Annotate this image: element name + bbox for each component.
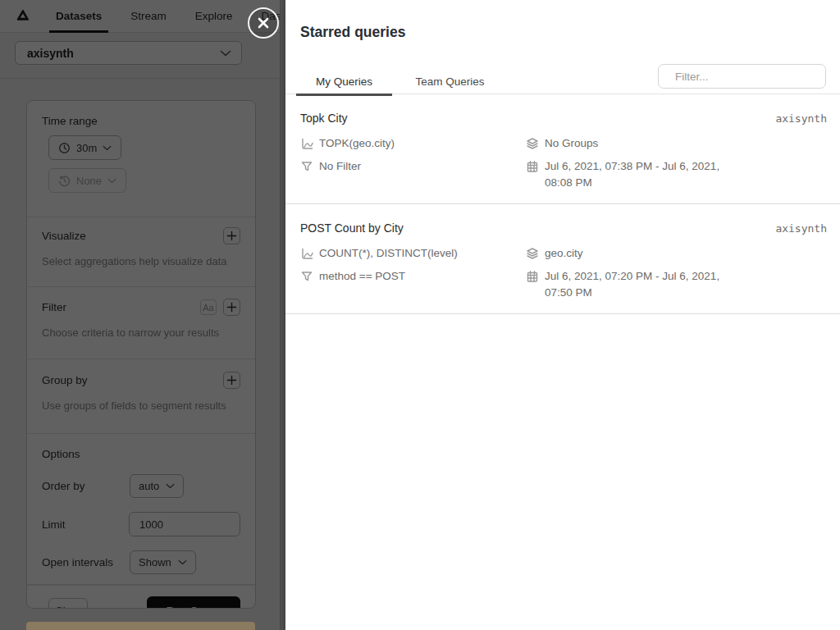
filter-helper-text: Choose criteria to narrow your results — [42, 326, 240, 339]
open-intervals-select[interactable]: Shown — [130, 550, 196, 574]
add-filter-button[interactable] — [223, 299, 240, 316]
clear-button[interactable]: Clear — [48, 598, 88, 609]
visualize-helper-text: Select aggregations help visualize data — [42, 255, 240, 267]
query-groups-text: geo.city — [545, 245, 583, 262]
chevron-down-icon — [220, 50, 231, 57]
order-by-value: auto — [139, 480, 159, 492]
starred-query-card[interactable]: Topk City axisynth TOPK(geo.city) No Gro… — [285, 94, 840, 204]
history-clock-icon — [58, 175, 71, 187]
chevron-down-icon — [166, 483, 175, 489]
funnel-icon — [300, 160, 313, 173]
plus-icon — [226, 231, 237, 241]
query-time-range-text: Jul 6, 2021, 07:20 PM - Jul 6, 2021, 07:… — [545, 268, 750, 301]
query-dataset-badge: axisynth — [775, 222, 827, 235]
modal-tabs: My Queries Team Queries — [285, 69, 840, 94]
calendar-icon — [526, 270, 539, 283]
chart-icon — [300, 247, 313, 260]
tab-my-queries[interactable]: My Queries — [296, 71, 392, 96]
group-by-section: Group by Use groups of fields to segment… — [27, 359, 255, 434]
chart-icon — [300, 137, 313, 150]
filter-label: Filter — [42, 301, 66, 313]
chevron-down-icon — [107, 178, 116, 184]
group-by-helper-text: Use groups of fields to segment results — [42, 399, 240, 412]
query-visualize: TOPK(geo.city) — [300, 135, 526, 152]
group-by-label: Group by — [42, 374, 88, 386]
options-label: Options — [42, 448, 240, 460]
time-range-value: 30m — [76, 142, 97, 154]
starred-query-list: Topk City axisynth TOPK(geo.city) No Gro… — [285, 94, 840, 314]
query-visualize: COUNT(*), DISTINCT(level) — [300, 245, 526, 262]
dataset-selector-value: axisynth — [27, 47, 74, 60]
nav-tab-stream[interactable]: Stream — [124, 0, 173, 33]
add-group-by-button[interactable] — [223, 372, 240, 389]
clock-icon — [58, 142, 71, 154]
case-sensitivity-toggle[interactable]: Aa — [200, 299, 217, 315]
layers-icon — [526, 137, 539, 150]
time-range-label: Time range — [42, 115, 240, 127]
visualize-section: Visualize Select aggregations help visua… — [27, 217, 255, 287]
close-icon — [257, 16, 270, 30]
layers-icon — [526, 247, 539, 260]
order-by-select[interactable]: auto — [130, 474, 184, 498]
query-dataset-badge: axisynth — [775, 112, 827, 125]
close-modal-button[interactable] — [248, 7, 279, 39]
open-intervals-label: Open intervals — [42, 556, 130, 568]
query-name: POST Count by City — [300, 221, 404, 235]
query-filter-text: method == POST — [319, 268, 405, 285]
filter-section: Filter Aa Choose criteria to narrow your… — [27, 287, 255, 359]
order-by-label: Order by — [42, 480, 130, 492]
starred-queries-modal: Starred queries My Queries Team Queries … — [285, 0, 840, 630]
query-time-range: Jul 6, 2021, 07:20 PM - Jul 6, 2021, 07:… — [526, 268, 827, 301]
limit-input[interactable] — [129, 512, 240, 536]
plus-icon — [226, 375, 237, 386]
honeycomb-logo-icon — [13, 7, 31, 25]
notification-banner — [26, 622, 255, 630]
visualize-label: Visualize — [42, 230, 86, 242]
options-section: Options Order by auto Limit Open interva… — [27, 434, 255, 585]
funnel-icon — [300, 270, 313, 283]
query-filter: method == POST — [300, 268, 526, 301]
query-visualize-text: COUNT(*), DISTINCT(level) — [319, 245, 458, 262]
calendar-icon — [526, 160, 539, 173]
chevron-down-icon — [178, 559, 187, 565]
query-filter: No Filter — [300, 158, 526, 191]
compare-time-value: None — [76, 175, 102, 187]
nav-tab-explore[interactable]: Explore — [189, 0, 240, 33]
query-time-range-text: Jul 6, 2021, 07:38 PM - Jul 6, 2021, 08:… — [545, 158, 750, 191]
query-builder-panel: Time range 30m None Visualize — [26, 100, 256, 609]
query-builder-footer: Clear Run Query — [27, 585, 255, 609]
starred-query-card[interactable]: POST Count by City axisynth COUNT(*), DI… — [285, 204, 840, 314]
query-groups-text: No Groups — [545, 135, 598, 152]
query-visualize-text: TOPK(geo.city) — [319, 135, 395, 152]
query-time-range: Jul 6, 2021, 07:38 PM - Jul 6, 2021, 08:… — [526, 158, 827, 191]
add-visualize-button[interactable] — [223, 227, 240, 244]
nav-tab-datasets[interactable]: Datasets — [49, 0, 108, 33]
time-range-button[interactable]: 30m — [48, 135, 121, 160]
limit-label: Limit — [42, 518, 129, 531]
chevron-down-icon — [103, 145, 112, 151]
query-groups: No Groups — [526, 135, 827, 152]
page-scrollbar[interactable] — [280, 0, 285, 630]
run-query-button[interactable]: Run Query — [147, 596, 240, 609]
modal-title: Starred queries — [300, 24, 405, 41]
query-name: Topk City — [300, 112, 348, 125]
tab-team-queries[interactable]: Team Queries — [395, 69, 504, 94]
query-filter-text: No Filter — [319, 158, 361, 175]
dataset-selector[interactable]: axisynth — [15, 41, 242, 65]
query-groups: geo.city — [526, 245, 827, 262]
time-range-section: Time range 30m None — [27, 101, 255, 217]
plus-icon — [226, 302, 237, 313]
compare-time-button[interactable]: None — [48, 168, 126, 193]
open-intervals-value: Shown — [139, 556, 171, 568]
